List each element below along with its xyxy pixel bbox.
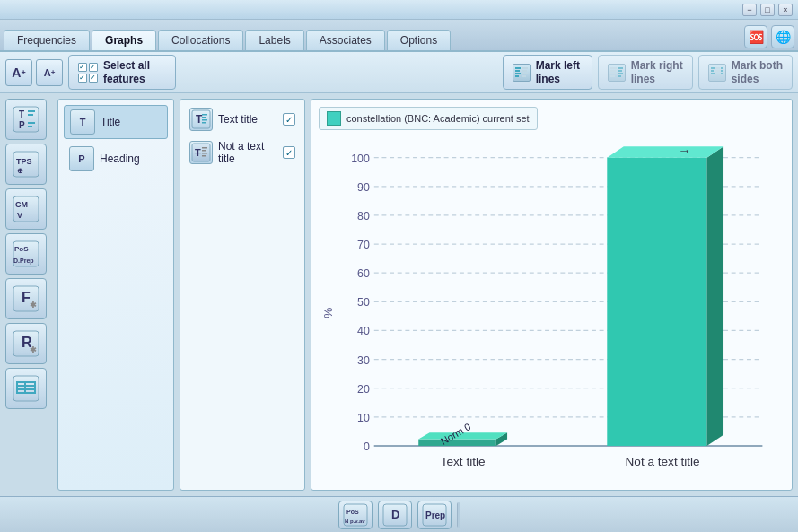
feature-not-text-title-checkbox[interactable]: ✓	[283, 146, 295, 159]
mark-both-label: Mark both sides	[732, 59, 783, 85]
cb3	[78, 74, 87, 83]
bottom-prep-button[interactable]: Prep	[417, 501, 452, 529]
svg-rect-52	[16, 381, 18, 394]
minimize-button[interactable]: −	[742, 4, 757, 16]
tab-icon-group: 🆘 🌐	[744, 25, 794, 50]
svg-rect-57	[202, 114, 207, 116]
svg-rect-66	[202, 155, 206, 157]
sidebar-f-button[interactable]: F ✱	[5, 278, 47, 319]
category-title-label: Title	[101, 116, 120, 128]
close-button[interactable]: ×	[778, 4, 793, 16]
svg-text:T: T	[19, 109, 24, 119]
mark-left-label: Mark left lines	[536, 59, 580, 85]
feature-text-title-checkbox[interactable]: ✓	[283, 113, 295, 126]
svg-rect-28	[28, 110, 35, 112]
sidebar-r-button[interactable]: R ✱	[5, 323, 47, 364]
sidebar-tps-button[interactable]: TPS ⊕	[5, 144, 47, 185]
mark-both-button[interactable]: Mark both sides	[698, 55, 793, 90]
svg-rect-19	[715, 67, 720, 69]
mark-right-icon	[608, 64, 626, 82]
svg-rect-53	[24, 381, 26, 394]
svg-text:10: 10	[357, 412, 370, 424]
mark-right-button[interactable]: Mark right lines	[598, 55, 693, 90]
svg-text:Prep: Prep	[425, 510, 445, 520]
mark-left-icon	[513, 64, 531, 82]
bar-not-text-title-side	[706, 146, 723, 446]
svg-rect-58	[202, 117, 206, 118]
cb4	[89, 74, 98, 83]
svg-text:20: 20	[357, 383, 370, 396]
svg-rect-10	[610, 73, 617, 74]
svg-rect-5	[522, 70, 527, 72]
tab-options[interactable]: Options	[387, 30, 451, 50]
tab-associates[interactable]: Associates	[306, 30, 385, 50]
checkbox-grid-icon	[78, 63, 98, 83]
category-heading[interactable]: P Heading	[64, 143, 168, 175]
category-title-icon: T	[70, 109, 95, 135]
svg-text:40: 40	[357, 325, 370, 337]
svg-text:P: P	[19, 120, 25, 130]
font-increase-button[interactable]: A+	[5, 59, 32, 86]
category-heading-label: Heading	[100, 153, 140, 165]
categories-panel: T Title P Heading	[57, 99, 174, 491]
bar-chart: % 100 90 80 70 60 50	[319, 135, 785, 490]
tab-graphs[interactable]: Graphs	[92, 30, 156, 50]
svg-text:60: 60	[357, 267, 370, 280]
svg-rect-13	[618, 70, 622, 72]
chart-svg-container: % 100 90 80 70 60 50	[319, 135, 785, 490]
svg-rect-0	[515, 67, 521, 69]
svg-text:CM: CM	[15, 200, 28, 209]
svg-rect-30	[28, 122, 35, 124]
mark-right-label: Mark right lines	[631, 59, 683, 85]
svg-rect-8	[610, 67, 617, 69]
svg-rect-11	[610, 75, 615, 77]
feature-text-title-icon: T	[189, 108, 213, 131]
svg-rect-60	[202, 122, 206, 124]
svg-text:PoS: PoS	[346, 509, 359, 515]
feature-text-title[interactable]: T Text title ✓	[186, 105, 299, 134]
font-decrease-button[interactable]: A+	[36, 59, 63, 86]
sidebar-cmv-button[interactable]: CM V	[5, 188, 47, 230]
svg-text:70: 70	[357, 239, 370, 251]
tab-labels[interactable]: Labels	[245, 30, 303, 50]
bottom-pos-button[interactable]: PoS N p.v.av	[338, 501, 373, 529]
svg-text:Not a text title: Not a text title	[626, 455, 700, 468]
svg-text:T: T	[196, 113, 203, 126]
svg-rect-1	[515, 70, 520, 72]
svg-rect-12	[618, 67, 623, 69]
svg-text:V: V	[17, 211, 22, 220]
category-title[interactable]: T Title	[64, 105, 168, 139]
font-controls: A+ A+	[5, 59, 63, 86]
bottom-separator	[457, 502, 460, 528]
svg-text:D.Prep: D.Prep	[13, 257, 34, 265]
svg-text:50: 50	[357, 296, 370, 309]
language-icon[interactable]: 🌐	[771, 25, 794, 48]
tab-collocations[interactable]: Collocations	[158, 30, 243, 50]
svg-rect-22	[721, 67, 723, 69]
tab-frequencies[interactable]: Frequencies	[4, 30, 90, 50]
bottom-d-button[interactable]: D	[378, 501, 412, 529]
svg-rect-17	[711, 70, 714, 72]
mark-left-button[interactable]: Mark left lines	[503, 55, 592, 90]
svg-text:0: 0	[364, 440, 370, 453]
svg-rect-63	[202, 147, 207, 149]
help-icon[interactable]: 🆘	[744, 25, 767, 48]
svg-rect-65	[202, 153, 207, 154]
cb1	[78, 63, 87, 72]
sidebar-table-button[interactable]	[5, 368, 47, 409]
feature-not-text-title[interactable]: T Not a texttitle ✓	[186, 137, 299, 168]
main-content: T P TPS ⊕ CM V Po	[0, 93, 798, 496]
svg-rect-20	[715, 70, 721, 72]
bar-text-title	[418, 440, 495, 446]
sidebar-pos-button[interactable]: PoS D.Prep	[5, 233, 47, 275]
svg-text:80: 80	[357, 210, 370, 222]
svg-text:D: D	[391, 508, 399, 521]
select-all-button[interactable]: Select all features	[68, 55, 176, 90]
svg-text:PoS: PoS	[14, 245, 29, 253]
svg-rect-7	[522, 75, 526, 77]
legend-label-text: constellation (BNC: Academic) current se…	[346, 113, 530, 124]
svg-rect-16	[711, 67, 715, 69]
legend-color-swatch	[327, 111, 341, 126]
sidebar-tp-button[interactable]: T P	[5, 99, 47, 140]
maximize-button[interactable]: □	[760, 4, 775, 16]
